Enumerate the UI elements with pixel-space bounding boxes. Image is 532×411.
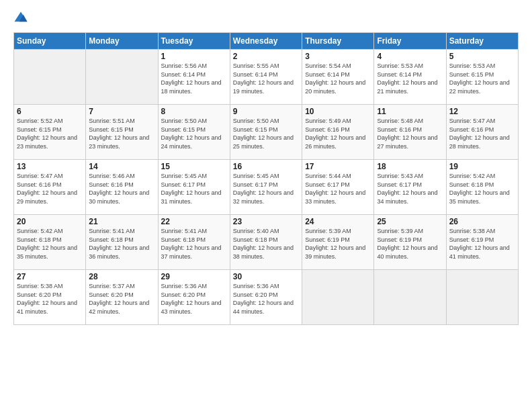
- calendar-cell: 10Sunrise: 5:49 AMSunset: 6:16 PMDayligh…: [302, 105, 374, 160]
- day-number: 26: [449, 217, 515, 226]
- day-number: 12: [449, 107, 515, 116]
- day-number: 29: [161, 272, 227, 281]
- weekday-header-monday: Monday: [86, 33, 158, 50]
- calendar-cell: 14Sunrise: 5:46 AMSunset: 6:16 PMDayligh…: [86, 160, 158, 215]
- header: [13, 11, 519, 26]
- calendar-cell: 16Sunrise: 5:45 AMSunset: 6:17 PMDayligh…: [230, 160, 302, 215]
- calendar-cell: 11Sunrise: 5:48 AMSunset: 6:16 PMDayligh…: [374, 105, 446, 160]
- day-number: 9: [233, 107, 299, 116]
- day-info: Sunrise: 5:42 AMSunset: 6:18 PMDaylight:…: [17, 227, 83, 261]
- day-number: 21: [89, 217, 154, 226]
- calendar-cell: [14, 50, 86, 105]
- day-number: 15: [161, 162, 227, 171]
- calendar-cell: 2Sunrise: 5:55 AMSunset: 6:14 PMDaylight…: [230, 50, 302, 105]
- day-info: Sunrise: 5:46 AMSunset: 6:16 PMDaylight:…: [89, 172, 154, 205]
- day-number: 14: [89, 162, 154, 171]
- day-info: Sunrise: 5:47 AMSunset: 6:16 PMDaylight:…: [17, 172, 83, 205]
- weekday-header-row: SundayMondayTuesdayWednesdayThursdayFrid…: [14, 33, 519, 50]
- day-info: Sunrise: 5:43 AMSunset: 6:17 PMDaylight:…: [377, 172, 443, 205]
- day-number: 16: [233, 162, 299, 171]
- weekday-header-tuesday: Tuesday: [158, 33, 230, 50]
- day-number: 24: [305, 217, 371, 226]
- day-number: 17: [305, 162, 371, 171]
- page: SundayMondayTuesdayWednesdayThursdayFrid…: [0, 0, 532, 411]
- day-info: Sunrise: 5:36 AMSunset: 6:20 PMDaylight:…: [233, 282, 299, 316]
- day-info: Sunrise: 5:55 AMSunset: 6:14 PMDaylight:…: [233, 62, 299, 95]
- calendar-cell: 19Sunrise: 5:42 AMSunset: 6:18 PMDayligh…: [446, 160, 518, 215]
- calendar-cell: [446, 270, 518, 325]
- week-row-4: 20Sunrise: 5:42 AMSunset: 6:18 PMDayligh…: [14, 215, 519, 270]
- day-info: Sunrise: 5:38 AMSunset: 6:19 PMDaylight:…: [449, 227, 515, 261]
- calendar-cell: 15Sunrise: 5:45 AMSunset: 6:17 PMDayligh…: [158, 160, 230, 215]
- day-info: Sunrise: 5:48 AMSunset: 6:16 PMDaylight:…: [377, 117, 443, 150]
- day-info: Sunrise: 5:51 AMSunset: 6:15 PMDaylight:…: [89, 117, 154, 150]
- calendar-table: SundayMondayTuesdayWednesdayThursdayFrid…: [13, 32, 519, 325]
- day-info: Sunrise: 5:50 AMSunset: 6:15 PMDaylight:…: [161, 117, 227, 150]
- day-number: 30: [233, 272, 299, 281]
- day-number: 22: [161, 217, 227, 226]
- day-info: Sunrise: 5:53 AMSunset: 6:14 PMDaylight:…: [377, 62, 443, 95]
- day-number: 10: [305, 107, 371, 116]
- day-number: 2: [233, 52, 299, 61]
- day-info: Sunrise: 5:53 AMSunset: 6:15 PMDaylight:…: [449, 62, 515, 95]
- week-row-1: 1Sunrise: 5:56 AMSunset: 6:14 PMDaylight…: [14, 50, 519, 105]
- day-number: 1: [161, 52, 227, 61]
- calendar-cell: [86, 50, 158, 105]
- calendar-cell: 4Sunrise: 5:53 AMSunset: 6:14 PMDaylight…: [374, 50, 446, 105]
- calendar-cell: 7Sunrise: 5:51 AMSunset: 6:15 PMDaylight…: [86, 105, 158, 160]
- calendar-cell: 5Sunrise: 5:53 AMSunset: 6:15 PMDaylight…: [446, 50, 518, 105]
- day-info: Sunrise: 5:45 AMSunset: 6:17 PMDaylight:…: [161, 172, 227, 205]
- calendar-cell: 17Sunrise: 5:44 AMSunset: 6:17 PMDayligh…: [302, 160, 374, 215]
- week-row-3: 13Sunrise: 5:47 AMSunset: 6:16 PMDayligh…: [14, 160, 519, 215]
- calendar-cell: 20Sunrise: 5:42 AMSunset: 6:18 PMDayligh…: [14, 215, 86, 270]
- day-number: 19: [449, 162, 515, 171]
- calendar-cell: 26Sunrise: 5:38 AMSunset: 6:19 PMDayligh…: [446, 215, 518, 270]
- day-info: Sunrise: 5:38 AMSunset: 6:20 PMDaylight:…: [17, 282, 83, 316]
- day-number: 18: [377, 162, 443, 171]
- calendar-cell: 12Sunrise: 5:47 AMSunset: 6:16 PMDayligh…: [446, 105, 518, 160]
- calendar-cell: 13Sunrise: 5:47 AMSunset: 6:16 PMDayligh…: [14, 160, 86, 215]
- weekday-header-thursday: Thursday: [302, 33, 374, 50]
- calendar-cell: 6Sunrise: 5:52 AMSunset: 6:15 PMDaylight…: [14, 105, 86, 160]
- calendar-cell: 25Sunrise: 5:39 AMSunset: 6:19 PMDayligh…: [374, 215, 446, 270]
- day-info: Sunrise: 5:41 AMSunset: 6:18 PMDaylight:…: [161, 227, 227, 261]
- day-info: Sunrise: 5:41 AMSunset: 6:18 PMDaylight:…: [89, 227, 154, 261]
- day-info: Sunrise: 5:49 AMSunset: 6:16 PMDaylight:…: [305, 117, 371, 150]
- day-number: 11: [377, 107, 443, 116]
- day-number: 8: [161, 107, 227, 116]
- calendar-cell: 23Sunrise: 5:40 AMSunset: 6:18 PMDayligh…: [230, 215, 302, 270]
- day-number: 3: [305, 52, 371, 61]
- calendar-cell: 22Sunrise: 5:41 AMSunset: 6:18 PMDayligh…: [158, 215, 230, 270]
- day-info: Sunrise: 5:47 AMSunset: 6:16 PMDaylight:…: [449, 117, 515, 150]
- calendar-cell: 29Sunrise: 5:36 AMSunset: 6:20 PMDayligh…: [158, 270, 230, 325]
- calendar-cell: 9Sunrise: 5:50 AMSunset: 6:15 PMDaylight…: [230, 105, 302, 160]
- day-number: 4: [377, 52, 443, 61]
- weekday-header-wednesday: Wednesday: [230, 33, 302, 50]
- calendar-cell: 27Sunrise: 5:38 AMSunset: 6:20 PMDayligh…: [14, 270, 86, 325]
- day-info: Sunrise: 5:39 AMSunset: 6:19 PMDaylight:…: [377, 227, 443, 261]
- day-info: Sunrise: 5:44 AMSunset: 6:17 PMDaylight:…: [305, 172, 371, 205]
- calendar-cell: [302, 270, 374, 325]
- week-row-2: 6Sunrise: 5:52 AMSunset: 6:15 PMDaylight…: [14, 105, 519, 160]
- day-info: Sunrise: 5:54 AMSunset: 6:14 PMDaylight:…: [305, 62, 371, 95]
- calendar-cell: 3Sunrise: 5:54 AMSunset: 6:14 PMDaylight…: [302, 50, 374, 105]
- calendar-cell: 30Sunrise: 5:36 AMSunset: 6:20 PMDayligh…: [230, 270, 302, 325]
- day-info: Sunrise: 5:40 AMSunset: 6:18 PMDaylight:…: [233, 227, 299, 261]
- calendar-cell: 24Sunrise: 5:39 AMSunset: 6:19 PMDayligh…: [302, 215, 374, 270]
- day-info: Sunrise: 5:56 AMSunset: 6:14 PMDaylight:…: [161, 62, 227, 95]
- calendar-cell: 1Sunrise: 5:56 AMSunset: 6:14 PMDaylight…: [158, 50, 230, 105]
- calendar-cell: 28Sunrise: 5:37 AMSunset: 6:20 PMDayligh…: [86, 270, 158, 325]
- calendar-cell: 18Sunrise: 5:43 AMSunset: 6:17 PMDayligh…: [374, 160, 446, 215]
- day-info: Sunrise: 5:45 AMSunset: 6:17 PMDaylight:…: [233, 172, 299, 205]
- day-number: 7: [89, 107, 154, 116]
- logo-icon: [13, 11, 28, 26]
- weekday-header-sunday: Sunday: [14, 33, 86, 50]
- calendar-cell: [374, 270, 446, 325]
- day-number: 28: [89, 272, 154, 281]
- day-number: 27: [17, 272, 83, 281]
- day-number: 6: [17, 107, 83, 116]
- calendar-cell: 21Sunrise: 5:41 AMSunset: 6:18 PMDayligh…: [86, 215, 158, 270]
- day-info: Sunrise: 5:36 AMSunset: 6:20 PMDaylight:…: [161, 282, 227, 316]
- day-info: Sunrise: 5:37 AMSunset: 6:20 PMDaylight:…: [89, 282, 154, 316]
- day-number: 25: [377, 217, 443, 226]
